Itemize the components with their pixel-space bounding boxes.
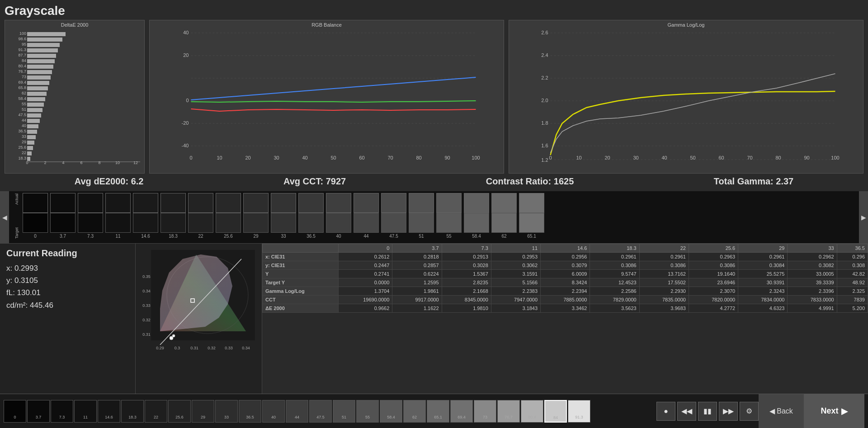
swatch-actual [243,193,269,213]
swatch-actual [105,193,131,213]
svg-text:80.4: 80.4 [18,64,26,68]
nav-swatch[interactable]: 40 [262,400,285,423]
table-header-value: 11 [491,244,540,253]
svg-text:100: 100 [19,31,26,36]
svg-text:10: 10 [217,155,222,160]
rgb-svg: 40 20 0 -20 -40 0 10 20 30 40 50 60 70 8… [151,28,502,164]
nav-swatch[interactable]: 11 [74,400,97,423]
table-cell: 2.3070 [689,287,738,296]
swatch-pair[interactable]: 0 [22,193,48,239]
swatch-actual [271,193,296,213]
svg-text:0.31: 0.31 [142,332,151,337]
nav-swatch[interactable]: 14.6 [98,400,120,423]
nav-swatch[interactable]: 91.3 [568,400,590,423]
nav-swatch[interactable]: 25.6 [168,400,191,423]
nav-swatch[interactable]: 58.4 [380,400,402,423]
nav-swatch[interactable]: 65.1 [427,400,449,423]
svg-text:6: 6 [80,160,82,164]
swatch-pair[interactable]: 33 [270,193,297,239]
back-button[interactable]: ◀ Back [759,394,804,428]
swatch-label: 47.5 [389,234,398,239]
swatch-pair[interactable]: 25.6 [215,193,241,239]
svg-text:0.33: 0.33 [142,303,151,308]
nav-swatch[interactable]: 33 [215,400,238,423]
svg-text:100: 100 [831,155,839,160]
table-header-value: 22 [639,244,689,253]
swatch-actual [23,193,48,213]
svg-text:8: 8 [98,160,100,164]
nav-swatch[interactable]: 73 [474,400,496,423]
table-cell: 0.3084 [738,261,788,270]
swatches-scroll-left[interactable]: ◀ [0,191,9,243]
svg-text:2.2: 2.2 [541,75,548,80]
nav-swatch[interactable]: 62 [403,400,426,423]
swatch-label: 3.7 [60,234,66,239]
table-cell: 0.6224 [392,270,442,278]
table-cell: 0.2961 [639,253,689,261]
swatch-target [23,213,48,233]
swatch-target [78,213,103,233]
nav-next-frame-btn[interactable]: ▶▶ [719,402,738,421]
table-row: CCT19690.00009917.00008345.00007947.0000… [263,296,868,304]
svg-text:80: 80 [416,155,421,160]
nav-swatch[interactable]: 51 [333,400,355,423]
nav-swatch[interactable]: 3.7 [27,400,50,423]
swatch-pair[interactable]: 22 [188,193,214,239]
nav-swatch[interactable]: 0 [4,400,26,423]
swatch-pair[interactable]: 11 [105,193,131,239]
swatch-pair[interactable]: 14.6 [132,193,159,239]
swatch-pair[interactable]: 55 [436,193,462,239]
nav-swatch[interactable]: 7.3 [51,400,73,423]
swatch-pair[interactable]: 29 [243,193,269,239]
swatch-pair[interactable]: 7.3 [77,193,104,239]
next-button[interactable]: Next ▶ [804,394,864,428]
svg-rect-36 [27,97,45,101]
nav-swatch[interactable]: 69.4 [450,400,473,423]
svg-text:65.8: 65.8 [18,85,26,90]
nav-record-btn[interactable]: ● [656,402,675,421]
svg-rect-27 [27,48,58,52]
swatches-scroll-right[interactable]: ▶ [859,191,868,243]
table-cell: 2.2586 [590,287,639,296]
svg-text:40: 40 [183,30,189,35]
svg-text:58.4: 58.4 [18,96,26,101]
swatch-actual [188,193,213,213]
swatch-label: 55 [446,234,451,239]
nav-swatch[interactable]: 36.5 [239,400,261,423]
svg-text:51: 51 [22,107,26,112]
table-row-label: Gamma Log/Log [263,287,339,296]
swatch-target [160,213,186,233]
svg-rect-41 [27,124,38,128]
swatch-pair[interactable]: 51 [408,193,434,239]
nav-prev-frame-btn[interactable]: ◀◀ [677,402,696,421]
data-table-wrapper: 03.77.31114.618.32225.6293336.5x: CIE310… [262,244,868,394]
nav-pause-btn[interactable]: ▮▮ [698,402,717,421]
swatch-pair[interactable]: 47.5 [381,193,407,239]
nav-swatch[interactable]: 80.4 [521,400,543,423]
swatch-pair[interactable]: 44 [353,193,379,239]
swatch-pair[interactable]: 62 [491,193,517,239]
swatch-pair[interactable]: 65.1 [519,193,545,239]
nav-settings-btn[interactable]: ⚙ [740,402,759,421]
swatch-pair[interactable]: 58.4 [463,193,490,239]
svg-text:0: 0 [26,160,28,164]
nav-swatch[interactable]: 44 [286,400,308,423]
table-cell: 2.8235 [442,278,491,287]
swatch-pair[interactable]: 18.3 [160,193,186,239]
nav-swatch[interactable]: 76.7 [497,400,520,423]
table-cell: 12.4523 [590,278,639,287]
swatch-pair[interactable]: 36.5 [298,193,324,239]
swatch-pair[interactable]: 40 [326,193,352,239]
table-cell: 8.3424 [541,278,590,287]
swatch-target [519,213,544,233]
nav-swatch[interactable]: 55 [356,400,379,423]
nav-swatch[interactable]: 18.3 [121,400,144,423]
table-cell: 33.0005 [788,270,837,278]
back-label: Back [777,407,793,415]
nav-swatch[interactable]: 47.5 [309,400,332,423]
nav-swatch[interactable]: 29 [192,400,214,423]
swatch-actual [381,193,406,213]
nav-swatch[interactable]: 84 [544,400,567,423]
nav-swatch[interactable]: 22 [145,400,167,423]
swatch-pair[interactable]: 3.7 [50,193,76,239]
